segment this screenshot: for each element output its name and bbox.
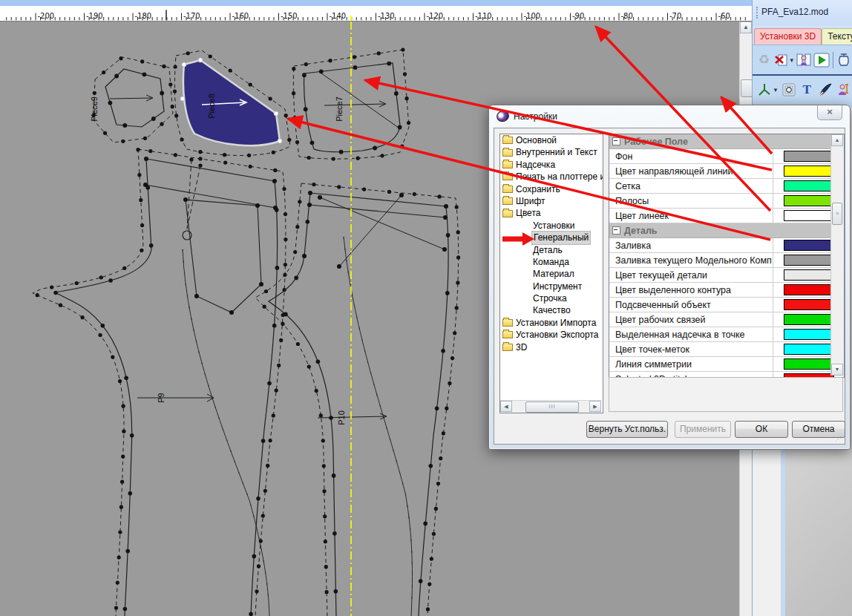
tree-item[interactable]: Сохранить xyxy=(500,183,603,195)
collapse-icon[interactable] xyxy=(612,137,620,145)
tree-item[interactable]: Установки Импорта xyxy=(500,317,603,329)
tree-item[interactable]: Шрифт xyxy=(500,195,603,207)
list-vscrollbar[interactable]: ▲ ≡ ▼ xyxy=(830,134,844,376)
tree-item[interactable]: Деталь xyxy=(500,244,603,256)
color-row[interactable]: Цвет выделенного контура xyxy=(609,283,844,298)
tree-item[interactable]: Установки Экспорта xyxy=(500,329,603,341)
pattern-point xyxy=(328,59,332,62)
color-swatch[interactable] xyxy=(784,314,834,325)
pattern-point xyxy=(353,55,356,59)
dropdown-caret-icon[interactable]: ▾ xyxy=(790,56,796,64)
color-swatch[interactable] xyxy=(784,299,834,310)
pattern-point xyxy=(99,275,103,279)
color-swatch[interactable] xyxy=(784,255,834,266)
pattern-point xyxy=(99,333,102,337)
tree-item[interactable]: 3D xyxy=(500,341,603,353)
tree-item[interactable]: Внутренний и Текст xyxy=(500,146,603,158)
color-swatch[interactable] xyxy=(784,180,834,191)
tree-item[interactable]: Качество xyxy=(500,304,603,316)
close-icon[interactable]: × xyxy=(817,105,842,120)
collapse-icon[interactable] xyxy=(612,226,620,235)
tree-item[interactable]: Инструмент xyxy=(500,281,603,292)
color-row[interactable]: Заливка текущего Модельного Комп xyxy=(609,253,844,268)
tree-hscroll-thumb[interactable]: III xyxy=(525,402,579,413)
dropdown-caret-icon[interactable]: ▾ xyxy=(774,86,780,94)
color-settings-list[interactable]: Рабочее ПолеФонЦвет направляющей линииСе… xyxy=(609,134,845,378)
color-swatch[interactable] xyxy=(784,329,834,340)
group-header[interactable]: Рабочее Поле xyxy=(609,134,844,149)
pattern-piece9[interactable]: Piece9 xyxy=(90,56,174,143)
settings-tree[interactable]: ОсновнойВнутренний и ТекстНадсечкаПечать… xyxy=(499,134,603,413)
color-row[interactable]: Выделенная надсечка в точке xyxy=(609,327,844,342)
scroll-up-icon[interactable]: ▲ xyxy=(740,22,752,33)
pen-tool-icon[interactable] xyxy=(817,80,834,99)
color-row[interactable]: Цвет линеек xyxy=(609,209,844,223)
pattern-left-trouser[interactable]: P9 xyxy=(33,148,288,616)
dialog-titlebar[interactable]: Настройки xyxy=(497,111,557,122)
tab-settings-3d[interactable]: Установки 3D xyxy=(754,28,822,45)
color-swatch[interactable] xyxy=(784,166,834,177)
color-swatch[interactable] xyxy=(784,284,834,295)
color-row[interactable]: Цвет рабочих связей xyxy=(609,312,844,327)
tree-item[interactable]: Генеральный xyxy=(500,232,603,243)
pattern-point xyxy=(307,364,311,368)
color-swatch[interactable] xyxy=(784,195,834,206)
dialog-button[interactable]: Применить xyxy=(675,421,731,438)
tree-item[interactable]: Надсечка xyxy=(500,159,603,171)
resize-grip[interactable]: ⋰ xyxy=(835,436,842,442)
color-row[interactable]: Подсвеченный объект xyxy=(609,298,844,312)
scroll-left-icon[interactable]: ◀ xyxy=(500,401,512,412)
color-row[interactable]: Заливка xyxy=(609,238,844,253)
ruler-label: -200 xyxy=(38,12,55,20)
dialog-button[interactable]: Вернуть Уст.польз. xyxy=(586,421,668,438)
tree-item[interactable]: Строчка xyxy=(500,292,603,304)
color-row[interactable]: Фон xyxy=(609,149,844,164)
color-swatch[interactable] xyxy=(784,358,834,370)
tree-item[interactable]: Основной xyxy=(500,134,603,146)
group-header[interactable]: Деталь xyxy=(609,223,844,238)
recycle-icon[interactable]: ♻ xyxy=(756,50,772,70)
tree-item[interactable]: Цвета xyxy=(500,207,603,219)
tree-item[interactable]: Команда xyxy=(500,256,603,268)
axes-icon[interactable] xyxy=(756,80,773,99)
color-swatch[interactable] xyxy=(784,210,834,221)
color-row[interactable]: Цвет точек-меток xyxy=(609,342,844,357)
scroll-up-icon[interactable]: ▲ xyxy=(831,134,843,146)
list-vscroll-thumb[interactable]: ≡ xyxy=(832,203,842,225)
color-swatch[interactable] xyxy=(784,344,834,355)
tree-item[interactable]: Материал xyxy=(500,268,603,280)
mannequin-icon[interactable] xyxy=(836,50,852,70)
color-row[interactable]: Цвет направляющей линии xyxy=(609,164,844,179)
pattern-point xyxy=(332,157,335,161)
color-swatch[interactable] xyxy=(784,240,834,251)
color-row[interactable]: Линия симметрии xyxy=(609,357,844,372)
color-row[interactable]: Сетка xyxy=(609,179,844,194)
scroll-down-icon[interactable]: ▼ xyxy=(831,364,843,376)
canvas-vscroll-thumb[interactable] xyxy=(741,79,753,97)
color-row[interactable]: Полосы xyxy=(609,194,844,209)
close-model-icon[interactable] xyxy=(773,50,789,70)
person-wrench-icon[interactable] xyxy=(835,80,852,99)
play-icon[interactable] xyxy=(813,50,830,70)
text-tool-icon[interactable]: T xyxy=(799,80,816,99)
pattern-point xyxy=(263,489,267,493)
color-row-label: Линия симметрии xyxy=(609,357,773,371)
grain-label-p10: P10 xyxy=(337,410,346,425)
pattern-point xyxy=(302,73,307,77)
print-preview-icon[interactable] xyxy=(780,80,797,99)
tree-hscrollbar[interactable]: ◀ III ▶ xyxy=(500,400,601,413)
dialog-button[interactable]: ОК xyxy=(735,421,788,438)
pattern-piece8[interactable]: Piece8 xyxy=(173,50,292,157)
tab-textures[interactable]: Текстур xyxy=(822,28,852,45)
color-swatch[interactable] xyxy=(784,151,834,162)
scroll-right-icon[interactable]: ▶ xyxy=(589,401,601,412)
tree-item[interactable]: Печать на плоттере и xyxy=(500,171,603,183)
pattern-right-trouser[interactable]: P10 xyxy=(255,183,460,616)
color-swatch[interactable] xyxy=(784,269,834,281)
person-door-icon[interactable] xyxy=(796,50,812,70)
model-file-bar[interactable]: PFA_Eva12.mod xyxy=(753,0,852,25)
color-row[interactable]: Цвет текущей детали xyxy=(609,268,844,283)
pattern-point xyxy=(292,91,295,95)
tree-item[interactable]: Установки xyxy=(500,220,603,232)
drag-grip-icon[interactable] xyxy=(756,7,760,19)
